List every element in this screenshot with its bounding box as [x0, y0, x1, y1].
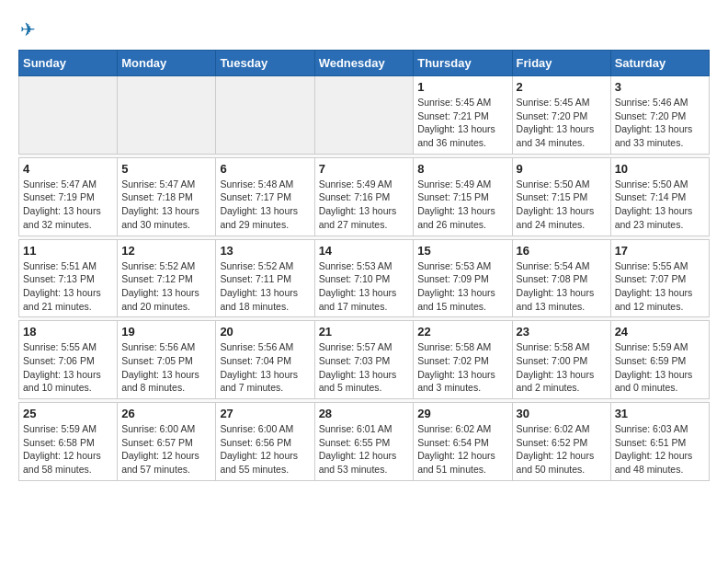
calendar-cell: 9Sunrise: 5:50 AMSunset: 7:15 PMDaylight…	[512, 157, 610, 236]
day-number: 30	[517, 407, 607, 420]
calendar-cell: 30Sunrise: 6:02 AMSunset: 6:52 PMDayligh…	[512, 403, 610, 481]
day-info: Sunrise: 5:59 AMSunset: 6:58 PMDaylight:…	[23, 422, 113, 477]
day-info: Sunrise: 6:03 AMSunset: 6:51 PMDaylight:…	[615, 422, 705, 477]
day-number: 3	[615, 80, 705, 94]
day-info: Sunrise: 5:57 AMSunset: 7:03 PMDaylight:…	[319, 340, 410, 395]
calendar-cell: 8Sunrise: 5:49 AMSunset: 7:15 PMDaylight…	[414, 157, 512, 236]
weekday-header-sunday: Sunday	[19, 51, 118, 76]
weekday-header-friday: Friday	[512, 51, 610, 76]
day-number: 31	[615, 407, 705, 420]
calendar-cell: 3Sunrise: 5:46 AMSunset: 7:20 PMDaylight…	[610, 76, 709, 155]
weekday-header-saturday: Saturday	[610, 51, 709, 76]
logo: ✈	[18, 18, 36, 40]
day-info: Sunrise: 5:52 AMSunset: 7:12 PMDaylight:…	[121, 259, 211, 314]
calendar-cell: 22Sunrise: 5:58 AMSunset: 7:02 PMDayligh…	[414, 321, 512, 399]
calendar-cell: 2Sunrise: 5:45 AMSunset: 7:20 PMDaylight…	[512, 76, 610, 155]
day-number: 20	[220, 325, 310, 339]
calendar-cell	[19, 76, 118, 155]
weekday-header-wednesday: Wednesday	[314, 51, 414, 76]
calendar-cell: 20Sunrise: 5:56 AMSunset: 7:04 PMDayligh…	[216, 321, 314, 399]
weekday-header-tuesday: Tuesday	[216, 51, 314, 76]
day-number: 23	[517, 325, 607, 339]
day-number: 27	[220, 407, 310, 420]
day-info: Sunrise: 6:02 AMSunset: 6:52 PMDaylight:…	[517, 422, 607, 477]
calendar-cell: 27Sunrise: 6:00 AMSunset: 6:56 PMDayligh…	[216, 403, 314, 481]
calendar-cell: 10Sunrise: 5:50 AMSunset: 7:14 PMDayligh…	[610, 157, 709, 236]
day-info: Sunrise: 5:45 AMSunset: 7:20 PMDaylight:…	[517, 96, 607, 150]
day-info: Sunrise: 6:01 AMSunset: 6:55 PMDaylight:…	[319, 422, 410, 477]
calendar-cell	[216, 76, 314, 155]
day-info: Sunrise: 5:47 AMSunset: 7:18 PMDaylight:…	[121, 178, 211, 232]
day-info: Sunrise: 6:02 AMSunset: 6:54 PMDaylight:…	[417, 422, 507, 477]
calendar-cell	[118, 76, 216, 155]
day-number: 12	[121, 244, 211, 258]
day-info: Sunrise: 5:49 AMSunset: 7:16 PMDaylight:…	[319, 178, 410, 232]
day-number: 9	[517, 162, 607, 176]
calendar-cell: 5Sunrise: 5:47 AMSunset: 7:18 PMDaylight…	[118, 157, 216, 236]
day-number: 22	[417, 325, 507, 339]
calendar-cell: 19Sunrise: 5:56 AMSunset: 7:05 PMDayligh…	[118, 321, 216, 399]
day-info: Sunrise: 5:53 AMSunset: 7:10 PMDaylight:…	[319, 259, 410, 314]
calendar-cell: 6Sunrise: 5:48 AMSunset: 7:17 PMDaylight…	[216, 157, 314, 236]
day-number: 5	[121, 162, 211, 176]
day-number: 21	[319, 325, 410, 339]
calendar-cell: 28Sunrise: 6:01 AMSunset: 6:55 PMDayligh…	[314, 403, 414, 481]
day-number: 2	[517, 80, 607, 94]
day-info: Sunrise: 6:00 AMSunset: 6:57 PMDaylight:…	[121, 422, 211, 477]
day-info: Sunrise: 5:46 AMSunset: 7:20 PMDaylight:…	[615, 96, 705, 150]
calendar-week-row-1: 1Sunrise: 5:45 AMSunset: 7:21 PMDaylight…	[19, 76, 710, 155]
calendar-cell: 15Sunrise: 5:53 AMSunset: 7:09 PMDayligh…	[414, 239, 512, 317]
day-number: 4	[23, 162, 113, 176]
calendar-cell: 18Sunrise: 5:55 AMSunset: 7:06 PMDayligh…	[19, 321, 118, 399]
calendar-header-row: SundayMondayTuesdayWednesdayThursdayFrid…	[19, 51, 710, 76]
day-number: 7	[319, 162, 410, 176]
day-info: Sunrise: 5:59 AMSunset: 6:59 PMDaylight:…	[615, 340, 705, 395]
day-number: 28	[319, 407, 410, 420]
calendar-week-row-5: 25Sunrise: 5:59 AMSunset: 6:58 PMDayligh…	[19, 403, 710, 481]
calendar-cell: 7Sunrise: 5:49 AMSunset: 7:16 PMDaylight…	[314, 157, 414, 236]
day-number: 14	[319, 244, 410, 258]
day-info: Sunrise: 5:50 AMSunset: 7:14 PMDaylight:…	[615, 178, 705, 232]
day-info: Sunrise: 5:50 AMSunset: 7:15 PMDaylight:…	[517, 178, 607, 232]
calendar-cell: 24Sunrise: 5:59 AMSunset: 6:59 PMDayligh…	[610, 321, 709, 399]
day-number: 15	[417, 244, 507, 258]
calendar-cell: 13Sunrise: 5:52 AMSunset: 7:11 PMDayligh…	[216, 239, 314, 317]
calendar-cell: 16Sunrise: 5:54 AMSunset: 7:08 PMDayligh…	[512, 239, 610, 317]
day-info: Sunrise: 5:56 AMSunset: 7:05 PMDaylight:…	[121, 340, 211, 395]
page-header: ✈	[18, 18, 710, 40]
day-number: 24	[615, 325, 705, 339]
calendar-cell: 4Sunrise: 5:47 AMSunset: 7:19 PMDaylight…	[19, 157, 118, 236]
day-number: 13	[220, 244, 310, 258]
day-info: Sunrise: 5:55 AMSunset: 7:07 PMDaylight:…	[615, 259, 705, 314]
calendar-cell: 11Sunrise: 5:51 AMSunset: 7:13 PMDayligh…	[19, 239, 118, 317]
day-info: Sunrise: 5:58 AMSunset: 7:02 PMDaylight:…	[417, 340, 507, 395]
day-info: Sunrise: 5:55 AMSunset: 7:06 PMDaylight:…	[23, 340, 113, 395]
day-number: 26	[121, 407, 211, 420]
day-number: 25	[23, 407, 113, 420]
calendar-cell: 31Sunrise: 6:03 AMSunset: 6:51 PMDayligh…	[610, 403, 709, 481]
calendar-week-row-3: 11Sunrise: 5:51 AMSunset: 7:13 PMDayligh…	[19, 239, 710, 317]
weekday-header-thursday: Thursday	[414, 51, 512, 76]
day-info: Sunrise: 5:58 AMSunset: 7:00 PMDaylight:…	[517, 340, 607, 395]
day-info: Sunrise: 5:56 AMSunset: 7:04 PMDaylight:…	[220, 340, 310, 395]
day-info: Sunrise: 5:52 AMSunset: 7:11 PMDaylight:…	[220, 259, 310, 314]
day-number: 19	[121, 325, 211, 339]
calendar-cell: 29Sunrise: 6:02 AMSunset: 6:54 PMDayligh…	[414, 403, 512, 481]
day-info: Sunrise: 5:49 AMSunset: 7:15 PMDaylight:…	[417, 178, 507, 232]
day-number: 16	[517, 244, 607, 258]
day-info: Sunrise: 5:45 AMSunset: 7:21 PMDaylight:…	[417, 96, 507, 150]
calendar-cell: 23Sunrise: 5:58 AMSunset: 7:00 PMDayligh…	[512, 321, 610, 399]
calendar-cell	[314, 76, 414, 155]
day-number: 1	[417, 80, 507, 94]
day-number: 11	[23, 244, 113, 258]
day-number: 8	[417, 162, 507, 176]
weekday-header-monday: Monday	[118, 51, 216, 76]
day-info: Sunrise: 5:51 AMSunset: 7:13 PMDaylight:…	[23, 259, 113, 314]
day-info: Sunrise: 5:47 AMSunset: 7:19 PMDaylight:…	[23, 178, 113, 232]
day-number: 18	[23, 325, 113, 339]
calendar-cell: 26Sunrise: 6:00 AMSunset: 6:57 PMDayligh…	[118, 403, 216, 481]
calendar-cell: 1Sunrise: 5:45 AMSunset: 7:21 PMDaylight…	[414, 76, 512, 155]
calendar-cell: 21Sunrise: 5:57 AMSunset: 7:03 PMDayligh…	[314, 321, 414, 399]
day-number: 10	[615, 162, 705, 176]
day-number: 29	[417, 407, 507, 420]
